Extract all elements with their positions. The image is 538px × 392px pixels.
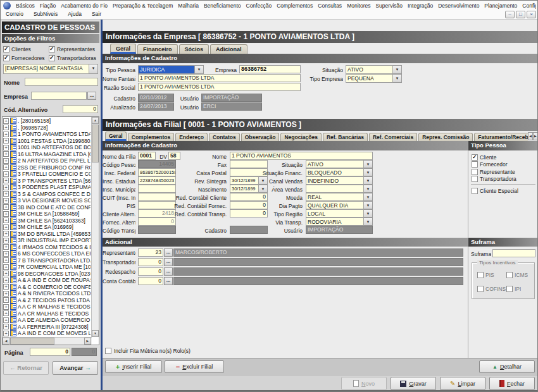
menu-item[interactable]: Fiação: [40, 3, 56, 9]
menu-item[interactable]: Planejamento: [484, 3, 517, 9]
tree-item[interactable]: + 7 B TRANSPORTADORA LTDA [20: [3, 257, 91, 264]
tab[interactable]: Adicional: [210, 44, 247, 54]
pis-checkbox[interactable]: ✓PIS: [477, 272, 494, 278]
filter-checkbox[interactable]: ✓ Representantes: [49, 45, 99, 54]
novo-button[interactable]: Novo: [341, 377, 387, 390]
menu-item[interactable]: Básicos: [16, 3, 35, 9]
tree-item[interactable]: + A & Z TECIDOS PATOS LTDA [009: [3, 297, 91, 304]
tree-item[interactable]: + A & C COMERCIO DE CONFEC LTD: [3, 284, 91, 291]
tree-item[interactable]: + 6 MS CONFECCOES LTDA EPP [04: [3, 250, 91, 257]
tipo-pessoa-checkbox[interactable]: ✓ Fornecedor: [472, 161, 537, 169]
chevron-down-icon[interactable]: ▼: [393, 65, 402, 74]
expand-icon[interactable]: +: [3, 310, 9, 316]
expand-icon[interactable]: +: [3, 224, 9, 230]
expand-icon[interactable]: +: [3, 204, 9, 210]
tree-item[interactable]: + A & A IND E COM DE ROUPAS LTD: [3, 277, 91, 284]
avancar-button[interactable]: Avançar →: [53, 361, 98, 375]
tree-item[interactable]: + 3R INDUSTRIAL IMP EXPORTADO: [3, 237, 91, 244]
expand-icon[interactable]: +: [3, 244, 9, 250]
checkbox-icon[interactable]: ✓: [49, 55, 55, 61]
tab-scroll-right-icon[interactable]: ▶: [533, 132, 538, 140]
canal-vendas-select[interactable]: INDEFINIDO▼: [306, 176, 373, 185]
nome-filial-input[interactable]: 0001: [138, 152, 156, 160]
filter-checkbox[interactable]: ✓ Transportadoras: [49, 54, 99, 63]
tree-item[interactable]: + 3 VIA DESIGNER MOVEIS SOFAS: [3, 197, 91, 204]
insc-municipal-input[interactable]: [138, 185, 176, 193]
checkbox-icon[interactable]: ✓: [472, 154, 478, 161]
menu-item[interactable]: Configurações: [522, 3, 536, 9]
dv-input[interactable]: 58: [168, 152, 180, 160]
checkbox-icon[interactable]: ✓: [506, 286, 513, 292]
expand-icon[interactable]: +: [3, 317, 9, 323]
chevron-down-icon[interactable]: ▼: [364, 209, 373, 217]
tree-item[interactable]: + 2SS DE FRIBURGO CONF ROUPAS: [3, 164, 91, 171]
tipo-pessoa-select[interactable]: JURIDICA▼: [138, 65, 204, 74]
browse-button[interactable]: ...: [164, 277, 173, 285]
tree-item[interactable]: + 1001 FESTAS LTDA [21998802]: [3, 138, 91, 145]
tree-item[interactable]: + 3M CHILE SA [10588459]: [3, 211, 91, 217]
checkbox-icon[interactable]: ✓: [49, 46, 55, 52]
tree-item[interactable]: + 4 IRMAOS COM TECIDOS & ENXO: [3, 244, 91, 251]
menu-item[interactable]: Consultas: [318, 3, 342, 9]
scroll-thumb[interactable]: [92, 125, 99, 162]
expand-icon[interactable]: +: [3, 297, 9, 303]
menu-item[interactable]: Confecção: [246, 3, 272, 9]
situacao-select[interactable]: ATIVO▼: [306, 160, 373, 168]
expand-icon[interactable]: +: [3, 211, 9, 217]
chevron-down-icon[interactable]: ▼: [195, 65, 204, 74]
expand-icon[interactable]: +: [3, 164, 9, 170]
ipi-checkbox[interactable]: ✓IPI: [506, 286, 521, 292]
tab[interactable]: Faturamento/Recebimento: [474, 133, 528, 141]
situacao-select[interactable]: ATIVO▼: [346, 65, 402, 74]
menu-item[interactable]: Beneficiamento: [204, 3, 241, 9]
expand-icon[interactable]: +: [3, 132, 9, 137]
filter-checkbox[interactable]: ✓ Clientes: [3, 45, 49, 54]
menu-item[interactable]: Acabamento do Fio: [61, 3, 108, 9]
minimize-icon[interactable]: –: [505, 11, 515, 18]
gravar-button[interactable]: Gravar: [391, 377, 436, 390]
expand-icon[interactable]: +: [3, 191, 9, 197]
tree-item[interactable]: + A & N RIVIERA TECIDOS LTDA EP: [3, 290, 91, 297]
menu-item[interactable]: Supervisão: [375, 3, 403, 9]
tree-item[interactable]: + 1 PONTO AVIAMENTOS LTDA [86: [3, 131, 91, 138]
tree-item[interactable]: + A A C R MALHAS E TECIDOS LTDA: [3, 303, 91, 310]
tree-item[interactable]: + A A IND E COM DE MOVEIS LTDA: [3, 330, 91, 337]
expand-icon[interactable]: +: [3, 231, 9, 236]
browse-button[interactable]: ...: [164, 258, 173, 266]
adicional-code-input[interactable]: 0: [138, 267, 163, 276]
tab[interactable]: Geral: [105, 132, 127, 141]
menu-item[interactable]: SubNiveis: [34, 11, 58, 17]
tree-item[interactable]: + 3 FRATELLI COMERCIO E CONFE: [3, 171, 91, 178]
chevron-down-icon[interactable]: ▼: [364, 168, 373, 176]
chevron-down-icon[interactable]: ▼: [89, 64, 98, 74]
suframa-input[interactable]: [492, 249, 535, 257]
empresa-code-input[interactable]: 86386752: [239, 65, 301, 73]
menu-item[interactable]: Preparação & Tecelagem: [113, 3, 173, 9]
tree-item[interactable]: + 3M CHILE SA [5624103363]: [3, 217, 91, 224]
chevron-down-icon[interactable]: ▼: [364, 160, 373, 168]
tab[interactable]: Ref. Comerciais: [369, 133, 417, 141]
area-vendas-select[interactable]: ▼: [306, 185, 373, 193]
menu-item[interactable]: Correio: [6, 11, 23, 17]
expand-icon[interactable]: +: [3, 125, 9, 130]
scroll-up-icon[interactable]: ▲: [92, 117, 99, 124]
tree-vertical-scrollbar[interactable]: ▲ ▼: [91, 117, 99, 337]
menu-item[interactable]: Complementos: [277, 3, 313, 9]
fechar-button[interactable]: Fechar: [489, 377, 535, 390]
via-transp-select[interactable]: RODOVIARIA▼: [306, 217, 373, 226]
chevron-down-icon[interactable]: ▼: [364, 201, 373, 209]
adicional-code-input[interactable]: 23: [138, 248, 163, 257]
scroll-down-icon[interactable]: ▼: [92, 330, 99, 337]
tree-item[interactable]: + 3 PODERES PLAST ESPUMAS COL: [3, 184, 91, 191]
tree-item[interactable]: + 2 N ARTEFATOS DE PAPEL LTDA -: [3, 157, 91, 164]
excluir-filial-button[interactable]: −Excluir Filial: [165, 360, 224, 373]
tree-item[interactable]: + . [06985728]: [3, 125, 91, 132]
expand-icon[interactable]: +: [3, 151, 9, 157]
expand-icon[interactable]: +: [3, 238, 9, 243]
tab[interactable]: Observação: [241, 133, 280, 141]
moeda-select[interactable]: REAL▼: [306, 193, 373, 201]
chevron-down-icon[interactable]: ▼: [364, 185, 373, 193]
tree-item[interactable]: + A A FERREIRA III [07224308]: [3, 324, 91, 331]
chevron-down-icon[interactable]: ▼: [364, 176, 373, 185]
filter-checkbox[interactable]: ✓ Fornecedores: [3, 54, 49, 63]
